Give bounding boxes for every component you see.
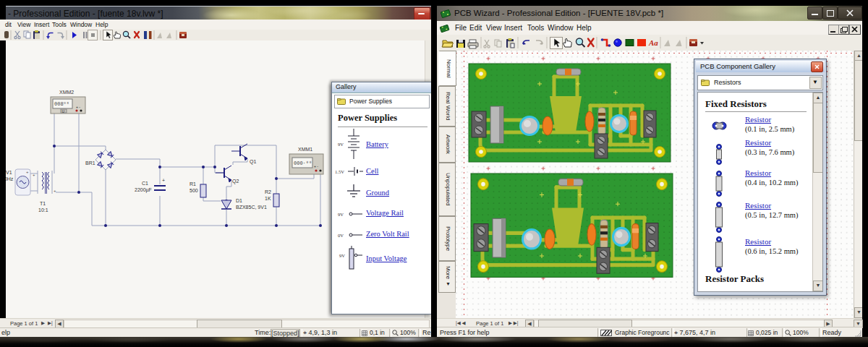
svg-text:1K: 1K — [265, 196, 271, 201]
svg-text:000·⁰⁰: 000·⁰⁰ — [294, 160, 312, 166]
svg-text:+: + — [162, 178, 165, 183]
svg-text:Q1: Q1 — [250, 159, 256, 165]
svg-text:+: + — [26, 170, 29, 174]
svg-text:+: + — [33, 173, 35, 177]
svg-text:R1: R1 — [190, 181, 196, 187]
svg-text:1.5V: 1.5V — [335, 169, 344, 174]
svg-text:+: + — [54, 189, 56, 193]
svg-text:10:1: 10:1 — [38, 207, 48, 213]
svg-text:BR1: BR1 — [85, 160, 95, 166]
svg-text:9V: 9V — [338, 142, 344, 147]
svg-text:R2: R2 — [265, 189, 271, 194]
svg-text:V1: V1 — [6, 170, 12, 175]
svg-text:D1: D1 — [236, 198, 242, 203]
svg-text:9V: 9V — [338, 212, 344, 217]
svg-text:+ -: + - — [76, 105, 80, 109]
svg-text:XMM2: XMM2 — [59, 90, 74, 95]
svg-text:+ -: + - — [314, 164, 318, 168]
svg-text:9V: 9V — [339, 253, 345, 258]
svg-text:0V: 0V — [338, 233, 344, 238]
svg-text:U: U — [62, 109, 65, 113]
svg-text:008º⁵: 008º⁵ — [54, 101, 69, 107]
svg-text:XMM1: XMM1 — [298, 147, 312, 152]
svg-text:2200µF: 2200µF — [135, 187, 152, 193]
svg-text:T1: T1 — [40, 201, 46, 206]
svg-text:Aa: Aa — [648, 38, 658, 47]
svg-text:C1: C1 — [142, 181, 148, 186]
svg-text:BZX85C, 9V1: BZX85C, 9V1 — [236, 205, 267, 210]
svg-text:Q2: Q2 — [232, 179, 239, 184]
svg-text:500: 500 — [190, 188, 198, 193]
